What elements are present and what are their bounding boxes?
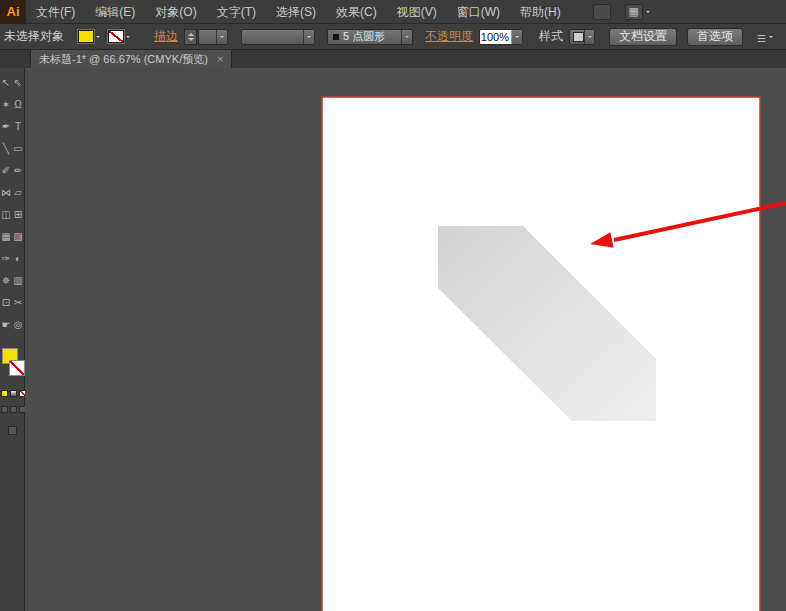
- eyedropper-tool-icon: ✑: [2, 254, 10, 264]
- menu-item-help[interactable]: 帮助(H): [510, 0, 571, 24]
- artboard-tool[interactable]: ⊡: [0, 292, 12, 314]
- width-profile-dropdown[interactable]: [241, 29, 315, 45]
- width-tool-icon: ⋈: [1, 188, 11, 198]
- magic-wand-tool[interactable]: ✶: [0, 94, 12, 116]
- pencil-tool-icon: ✏: [14, 166, 22, 176]
- document-tab-bar: 未标题-1* @ 66.67% (CMYK/预览) ×: [0, 50, 786, 68]
- line-segment-tool-icon: ╲: [3, 144, 9, 154]
- menu-item-window[interactable]: 窗口(W): [447, 0, 510, 24]
- fill-color-picker[interactable]: [78, 30, 100, 43]
- shape-builder-tool[interactable]: ◫: [0, 204, 12, 226]
- symbol-sprayer-tool[interactable]: ✵: [0, 270, 12, 292]
- color-mode-row: [1, 390, 26, 397]
- menu-item-effect[interactable]: 效果(C): [326, 0, 387, 24]
- dropdown-arrow: [511, 30, 522, 44]
- type-tool[interactable]: T: [12, 116, 24, 138]
- menu-item-type[interactable]: 文字(T): [207, 0, 266, 24]
- draw-behind-button[interactable]: [10, 406, 17, 413]
- document-setup-button[interactable]: 文档设置: [609, 28, 677, 46]
- brush-definition-dropdown[interactable]: 5 点圆形: [327, 29, 413, 45]
- blend-tool[interactable]: ◐: [12, 248, 24, 270]
- pencil-tool[interactable]: ✏: [12, 160, 24, 182]
- selection-tool[interactable]: ↖: [0, 72, 12, 94]
- mesh-tool[interactable]: ▦: [0, 226, 12, 248]
- preferences-button[interactable]: 首选项: [687, 28, 743, 46]
- direct-selection-tool[interactable]: ⇖: [12, 72, 24, 94]
- menu-item-select[interactable]: 选择(S): [266, 0, 326, 24]
- illustrator-window: Ai 文件(F) 编辑(E) 对象(O) 文字(T) 选择(S) 效果(C) 视…: [0, 0, 786, 611]
- toolbar-row: ✶ Ω: [0, 94, 24, 116]
- stroke-none-swatch[interactable]: [108, 30, 124, 43]
- column-graph-tool-icon: ▥: [13, 276, 22, 286]
- tab-close-icon[interactable]: ×: [217, 53, 223, 65]
- gradient-tool-icon: ▨: [13, 232, 22, 242]
- stroke-weight-dropdown[interactable]: [198, 29, 228, 45]
- chevron-down-icon: [646, 11, 650, 15]
- menu-item-object[interactable]: 对象(O): [145, 0, 206, 24]
- selection-status: 未选择对象: [4, 28, 70, 45]
- stroke-panel-link[interactable]: 描边: [154, 28, 178, 45]
- menu-item-edit[interactable]: 编辑(E): [85, 0, 145, 24]
- free-transform-tool-icon: ▱: [14, 188, 22, 198]
- toolbar-row: ↖ ⇖: [0, 72, 24, 94]
- stroke-color-indicator[interactable]: [9, 360, 25, 376]
- dropdown-arrow: [584, 30, 594, 44]
- opacity-dropdown[interactable]: 100%: [479, 29, 523, 45]
- screen-mode-button[interactable]: [8, 426, 17, 435]
- document-tab[interactable]: 未标题-1* @ 66.67% (CMYK/预览) ×: [30, 50, 232, 68]
- menu-item-view[interactable]: 视图(V): [387, 0, 447, 24]
- toolbar-row: ✵ ▥: [0, 270, 24, 292]
- slice-tool[interactable]: ✂: [12, 292, 24, 314]
- tool-grid: ↖ ⇖ ✶ Ω ✒ T ╲ ▭ ✐ ✏: [0, 68, 24, 336]
- graphic-style-dropdown[interactable]: [569, 29, 595, 45]
- pasteboard[interactable]: [25, 68, 786, 611]
- rectangle-tool[interactable]: ▭: [12, 138, 24, 160]
- paintbrush-tool[interactable]: ✐: [0, 160, 12, 182]
- toolbar-row: ▦ ▨: [0, 226, 24, 248]
- opacity-panel-link[interactable]: 不透明度: [425, 28, 473, 45]
- pen-tool-icon: ✒: [2, 122, 10, 132]
- column-graph-tool[interactable]: ▥: [12, 270, 24, 292]
- control-panel-menu[interactable]: [757, 28, 773, 46]
- color-button[interactable]: [1, 390, 8, 397]
- document-canvas[interactable]: [25, 68, 786, 611]
- perspective-grid-tool[interactable]: ⊞: [12, 204, 24, 226]
- symbol-sprayer-tool-icon: ✵: [2, 276, 10, 286]
- gradient-tool[interactable]: ▨: [12, 226, 24, 248]
- workspace-grid-icon: [625, 4, 643, 20]
- workspace-switcher[interactable]: [625, 4, 650, 20]
- menu-bar: Ai 文件(F) 编辑(E) 对象(O) 文字(T) 选择(S) 效果(C) 视…: [0, 0, 786, 24]
- drawing-modes-row: [1, 406, 26, 413]
- menu-item-file[interactable]: 文件(F): [26, 0, 85, 24]
- type-tool-icon: T: [15, 122, 21, 132]
- width-tool[interactable]: ⋈: [0, 182, 12, 204]
- free-transform-tool[interactable]: ▱: [12, 182, 24, 204]
- menubar-icon-group: [593, 4, 650, 20]
- gradient-button[interactable]: [10, 390, 17, 397]
- pen-tool[interactable]: ✒: [0, 116, 12, 138]
- shape-builder-tool-icon: ◫: [1, 210, 10, 220]
- brush-dot-icon: [333, 34, 339, 40]
- bridge-icon[interactable]: [593, 4, 611, 20]
- hand-tool[interactable]: ☛: [0, 314, 12, 336]
- hand-tool-icon: ☛: [2, 320, 11, 330]
- zoom-tool[interactable]: ◎: [12, 314, 24, 336]
- dropdown-arrow: [216, 30, 227, 44]
- toolbar-row: ✑ ◐: [0, 248, 24, 270]
- style-swatch: [573, 32, 584, 42]
- rectangle-tool-icon: ▭: [13, 144, 22, 154]
- toolbar-row: ⊡ ✂: [0, 292, 24, 314]
- toolbar-row: ✐ ✏: [0, 160, 24, 182]
- direct-selection-tool-icon: ⇖: [14, 78, 22, 88]
- line-segment-tool[interactable]: ╲: [0, 138, 12, 160]
- lasso-tool[interactable]: Ω: [12, 94, 24, 116]
- magic-wand-tool-icon: ✶: [2, 100, 10, 110]
- draw-normal-button[interactable]: [1, 406, 8, 413]
- eyedropper-tool[interactable]: ✑: [0, 248, 12, 270]
- opacity-value[interactable]: 100%: [480, 31, 511, 43]
- fill-color-swatch[interactable]: [78, 30, 94, 43]
- tools-panel: ↖ ⇖ ✶ Ω ✒ T ╲ ▭ ✐ ✏: [0, 68, 25, 611]
- stroke-weight-stepper[interactable]: [184, 29, 197, 45]
- artboard-tool-icon: ⊡: [2, 298, 10, 308]
- stroke-color-picker[interactable]: [108, 30, 130, 43]
